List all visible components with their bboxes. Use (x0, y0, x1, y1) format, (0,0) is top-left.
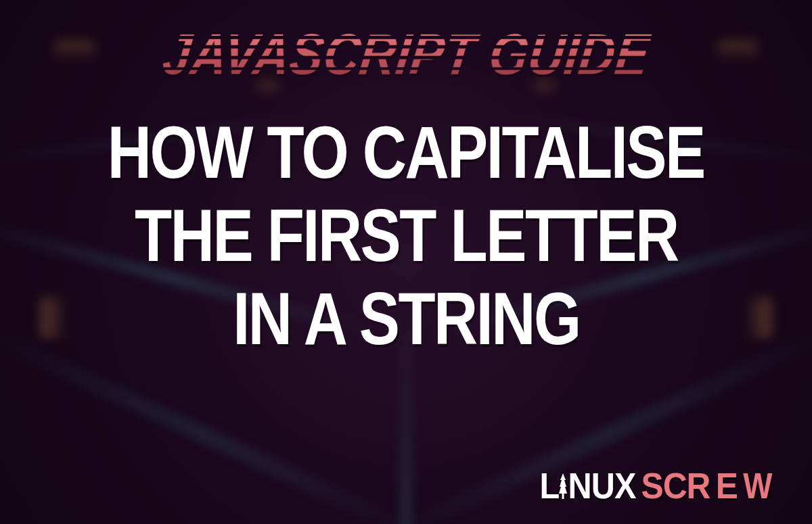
title-line-1: HOW TO CAPITALISE (108, 110, 704, 193)
logo-text-e: E (716, 465, 742, 506)
title-line-3: IN A STRING (233, 277, 579, 360)
logo-text-w: W (743, 465, 771, 506)
logo-text-ew: EW (716, 465, 773, 506)
logo-text-scr: SCR (641, 465, 710, 506)
category-header: JAVASCRIPT GUIDE (159, 22, 653, 87)
logo-text-nux: NUX (568, 465, 636, 506)
title-line-2: THE FIRST LETTER (135, 193, 677, 277)
logo-text-l: L (540, 465, 560, 506)
site-logo: L NUX SCR EW (539, 465, 775, 506)
title-block: HOW TO CAPITALISE THE FIRST LETTER IN A … (42, 110, 769, 360)
content-wrapper: JAVASCRIPT GUIDE HOW TO CAPITALISE THE F… (0, 0, 812, 524)
pine-tree-icon (558, 468, 568, 498)
